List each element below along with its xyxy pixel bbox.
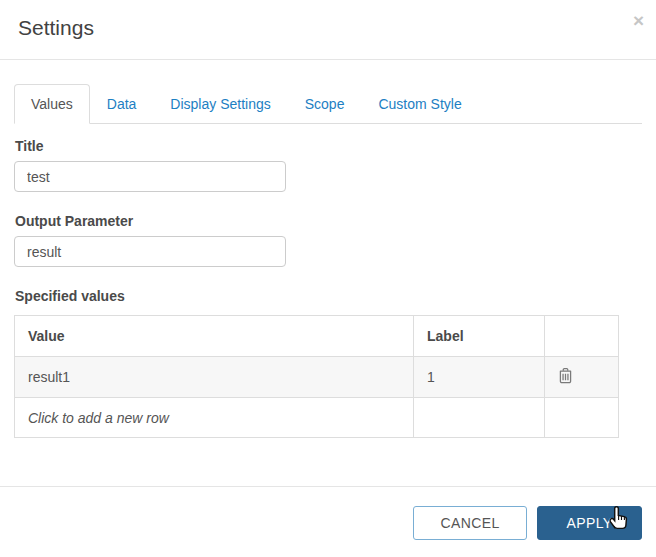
title-label: Title: [15, 138, 642, 154]
add-row-empty-cell: [545, 398, 619, 438]
tab-data[interactable]: Data: [90, 84, 154, 124]
add-row-empty-cell: [414, 398, 545, 438]
tab-scope[interactable]: Scope: [288, 84, 362, 124]
add-row[interactable]: Click to add a new row: [15, 398, 619, 438]
specified-values-label: Specified values: [15, 288, 642, 304]
output-parameter-input[interactable]: [14, 236, 286, 267]
apply-button[interactable]: APPLY: [537, 506, 642, 540]
output-parameter-label: Output Parameter: [15, 213, 642, 229]
settings-dialog: { "dialog": { "title": "Settings", "clos…: [0, 0, 656, 557]
dialog-title: Settings: [18, 16, 638, 40]
trash-icon: [558, 367, 573, 387]
tab-bar: Values Data Display Settings Scope Custo…: [14, 84, 642, 124]
delete-row-button[interactable]: [558, 367, 573, 387]
close-icon[interactable]: ×: [633, 11, 644, 30]
column-header-value: Value: [15, 316, 414, 357]
add-row-text[interactable]: Click to add a new row: [15, 398, 414, 438]
cell-value[interactable]: result1: [15, 357, 414, 398]
column-header-label: Label: [414, 316, 545, 357]
tab-custom-style[interactable]: Custom Style: [361, 84, 478, 124]
table-header-row: Value Label: [15, 316, 619, 357]
column-header-action: [545, 316, 619, 357]
title-input[interactable]: [14, 161, 286, 192]
cell-label[interactable]: 1: [414, 357, 545, 398]
dialog-footer: CANCEL APPLY: [0, 486, 656, 557]
tab-display-settings[interactable]: Display Settings: [153, 84, 287, 124]
specified-values-table: Value Label result1 1: [14, 315, 619, 438]
table-row[interactable]: result1 1: [15, 357, 619, 398]
cancel-button[interactable]: CANCEL: [413, 506, 527, 540]
tab-values[interactable]: Values: [14, 84, 90, 124]
dialog-body: Values Data Display Settings Scope Custo…: [0, 84, 656, 438]
dialog-header: Settings ×: [0, 0, 656, 60]
cell-action: [545, 357, 619, 398]
